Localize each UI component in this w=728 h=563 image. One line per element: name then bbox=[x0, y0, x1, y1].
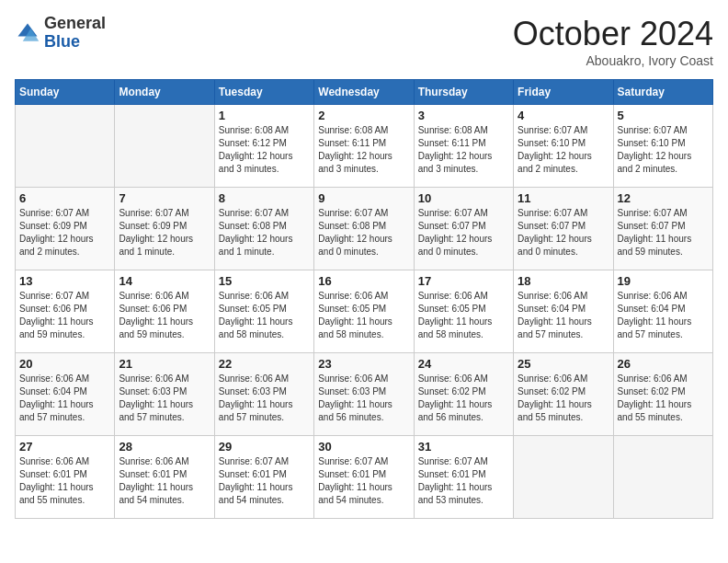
location-subtitle: Abouakro, Ivory Coast bbox=[513, 53, 713, 68]
calendar-cell: 4Sunrise: 6:07 AM Sunset: 6:10 PM Daylig… bbox=[514, 105, 613, 188]
day-info: Sunrise: 6:07 AM Sunset: 6:07 PM Dayligh… bbox=[618, 207, 709, 259]
day-info: Sunrise: 6:06 AM Sunset: 6:01 PM Dayligh… bbox=[119, 455, 210, 507]
calendar-cell: 23Sunrise: 6:06 AM Sunset: 6:03 PM Dayli… bbox=[314, 353, 414, 436]
day-info: Sunrise: 6:06 AM Sunset: 6:06 PM Dayligh… bbox=[119, 290, 210, 341]
day-number: 25 bbox=[518, 357, 609, 371]
day-info: Sunrise: 6:06 AM Sunset: 6:05 PM Dayligh… bbox=[318, 290, 409, 341]
month-title: October 2024 bbox=[513, 15, 713, 53]
day-info: Sunrise: 6:06 AM Sunset: 6:05 PM Dayligh… bbox=[418, 290, 509, 341]
day-info: Sunrise: 6:06 AM Sunset: 6:03 PM Dayligh… bbox=[119, 373, 210, 424]
day-number: 23 bbox=[318, 357, 409, 371]
calendar-cell bbox=[613, 436, 712, 519]
calendar-cell: 5Sunrise: 6:07 AM Sunset: 6:10 PM Daylig… bbox=[613, 105, 712, 188]
day-number: 11 bbox=[518, 191, 609, 205]
day-number: 6 bbox=[19, 191, 110, 205]
day-info: Sunrise: 6:08 AM Sunset: 6:12 PM Dayligh… bbox=[219, 124, 310, 176]
calendar-cell: 18Sunrise: 6:06 AM Sunset: 6:04 PM Dayli… bbox=[514, 270, 613, 353]
calendar-cell: 1Sunrise: 6:08 AM Sunset: 6:12 PM Daylig… bbox=[214, 105, 313, 188]
day-number: 19 bbox=[618, 274, 709, 288]
calendar-cell: 8Sunrise: 6:07 AM Sunset: 6:08 PM Daylig… bbox=[214, 188, 313, 270]
column-header-sunday: Sunday bbox=[16, 80, 115, 105]
day-info: Sunrise: 6:06 AM Sunset: 6:05 PM Dayligh… bbox=[219, 290, 310, 341]
day-number: 28 bbox=[119, 440, 210, 454]
day-info: Sunrise: 6:06 AM Sunset: 6:03 PM Dayligh… bbox=[219, 373, 310, 424]
column-header-tuesday: Tuesday bbox=[214, 80, 313, 105]
day-info: Sunrise: 6:07 AM Sunset: 6:07 PM Dayligh… bbox=[418, 207, 509, 259]
day-number: 26 bbox=[618, 357, 709, 371]
logo-general: General bbox=[44, 14, 106, 32]
calendar-cell: 2Sunrise: 6:08 AM Sunset: 6:11 PM Daylig… bbox=[314, 105, 414, 188]
title-block: October 2024 Abouakro, Ivory Coast bbox=[513, 15, 713, 68]
day-info: Sunrise: 6:07 AM Sunset: 6:09 PM Dayligh… bbox=[19, 207, 110, 259]
day-number: 31 bbox=[418, 440, 509, 454]
day-number: 12 bbox=[618, 191, 709, 205]
calendar-cell: 22Sunrise: 6:06 AM Sunset: 6:03 PM Dayli… bbox=[214, 353, 313, 436]
calendar-week-row: 6Sunrise: 6:07 AM Sunset: 6:09 PM Daylig… bbox=[16, 188, 713, 270]
calendar-header-row: SundayMondayTuesdayWednesdayThursdayFrid… bbox=[16, 80, 713, 105]
column-header-saturday: Saturday bbox=[613, 80, 712, 105]
calendar-cell: 15Sunrise: 6:06 AM Sunset: 6:05 PM Dayli… bbox=[214, 270, 313, 353]
calendar-cell: 24Sunrise: 6:06 AM Sunset: 6:02 PM Dayli… bbox=[414, 353, 513, 436]
day-info: Sunrise: 6:08 AM Sunset: 6:11 PM Dayligh… bbox=[418, 124, 509, 176]
column-header-thursday: Thursday bbox=[414, 80, 513, 105]
day-number: 4 bbox=[518, 109, 609, 122]
day-number: 8 bbox=[219, 191, 310, 205]
day-number: 20 bbox=[19, 357, 110, 371]
day-number: 29 bbox=[219, 440, 310, 454]
day-number: 2 bbox=[318, 109, 409, 122]
day-info: Sunrise: 6:07 AM Sunset: 6:08 PM Dayligh… bbox=[219, 207, 310, 259]
calendar-cell: 26Sunrise: 6:06 AM Sunset: 6:02 PM Dayli… bbox=[613, 353, 712, 436]
calendar-table: SundayMondayTuesdayWednesdayThursdayFrid… bbox=[15, 79, 713, 519]
calendar-cell bbox=[115, 105, 214, 188]
calendar-cell: 28Sunrise: 6:06 AM Sunset: 6:01 PM Dayli… bbox=[115, 436, 214, 519]
day-info: Sunrise: 6:06 AM Sunset: 6:04 PM Dayligh… bbox=[19, 373, 110, 424]
day-number: 14 bbox=[119, 274, 210, 288]
calendar-cell: 3Sunrise: 6:08 AM Sunset: 6:11 PM Daylig… bbox=[414, 105, 513, 188]
day-number: 10 bbox=[418, 191, 509, 205]
day-info: Sunrise: 6:07 AM Sunset: 6:01 PM Dayligh… bbox=[318, 455, 409, 507]
day-info: Sunrise: 6:06 AM Sunset: 6:03 PM Dayligh… bbox=[318, 373, 409, 424]
calendar-cell: 21Sunrise: 6:06 AM Sunset: 6:03 PM Dayli… bbox=[115, 353, 214, 436]
day-number: 9 bbox=[318, 191, 409, 205]
day-info: Sunrise: 6:07 AM Sunset: 6:09 PM Dayligh… bbox=[119, 207, 210, 259]
day-info: Sunrise: 6:07 AM Sunset: 6:10 PM Dayligh… bbox=[518, 124, 609, 176]
day-info: Sunrise: 6:07 AM Sunset: 6:01 PM Dayligh… bbox=[418, 455, 509, 507]
day-number: 21 bbox=[119, 357, 210, 371]
logo-text: General Blue bbox=[44, 15, 106, 52]
day-number: 3 bbox=[418, 109, 509, 122]
calendar-cell: 9Sunrise: 6:07 AM Sunset: 6:08 PM Daylig… bbox=[314, 188, 414, 270]
calendar-cell: 27Sunrise: 6:06 AM Sunset: 6:01 PM Dayli… bbox=[16, 436, 115, 519]
calendar-cell: 7Sunrise: 6:07 AM Sunset: 6:09 PM Daylig… bbox=[115, 188, 214, 270]
day-info: Sunrise: 6:06 AM Sunset: 6:02 PM Dayligh… bbox=[418, 373, 509, 424]
calendar-cell: 16Sunrise: 6:06 AM Sunset: 6:05 PM Dayli… bbox=[314, 270, 414, 353]
calendar-week-row: 27Sunrise: 6:06 AM Sunset: 6:01 PM Dayli… bbox=[16, 436, 713, 519]
day-info: Sunrise: 6:06 AM Sunset: 6:02 PM Dayligh… bbox=[518, 373, 609, 424]
calendar-cell: 17Sunrise: 6:06 AM Sunset: 6:05 PM Dayli… bbox=[414, 270, 513, 353]
calendar-cell: 14Sunrise: 6:06 AM Sunset: 6:06 PM Dayli… bbox=[115, 270, 214, 353]
day-number: 15 bbox=[219, 274, 310, 288]
day-info: Sunrise: 6:08 AM Sunset: 6:11 PM Dayligh… bbox=[318, 124, 409, 176]
day-number: 5 bbox=[618, 109, 709, 122]
calendar-cell: 31Sunrise: 6:07 AM Sunset: 6:01 PM Dayli… bbox=[414, 436, 513, 519]
calendar-cell bbox=[16, 105, 115, 188]
calendar-week-row: 20Sunrise: 6:06 AM Sunset: 6:04 PM Dayli… bbox=[16, 353, 713, 436]
logo-blue: Blue bbox=[44, 32, 80, 51]
calendar-cell: 12Sunrise: 6:07 AM Sunset: 6:07 PM Dayli… bbox=[613, 188, 712, 270]
calendar-cell: 10Sunrise: 6:07 AM Sunset: 6:07 PM Dayli… bbox=[414, 188, 513, 270]
calendar-cell bbox=[514, 436, 613, 519]
day-number: 16 bbox=[318, 274, 409, 288]
day-info: Sunrise: 6:06 AM Sunset: 6:02 PM Dayligh… bbox=[618, 373, 709, 424]
page-header: General Blue October 2024 Abouakro, Ivor… bbox=[15, 15, 713, 68]
calendar-cell: 30Sunrise: 6:07 AM Sunset: 6:01 PM Dayli… bbox=[314, 436, 414, 519]
column-header-monday: Monday bbox=[115, 80, 214, 105]
day-info: Sunrise: 6:06 AM Sunset: 6:01 PM Dayligh… bbox=[19, 455, 110, 507]
day-number: 13 bbox=[19, 274, 110, 288]
calendar-cell: 11Sunrise: 6:07 AM Sunset: 6:07 PM Dayli… bbox=[514, 188, 613, 270]
day-info: Sunrise: 6:06 AM Sunset: 6:04 PM Dayligh… bbox=[618, 290, 709, 341]
column-header-wednesday: Wednesday bbox=[314, 80, 414, 105]
day-info: Sunrise: 6:07 AM Sunset: 6:06 PM Dayligh… bbox=[19, 290, 110, 341]
day-number: 27 bbox=[19, 440, 110, 454]
calendar-week-row: 1Sunrise: 6:08 AM Sunset: 6:12 PM Daylig… bbox=[16, 105, 713, 188]
day-number: 17 bbox=[418, 274, 509, 288]
day-info: Sunrise: 6:07 AM Sunset: 6:01 PM Dayligh… bbox=[219, 455, 310, 507]
